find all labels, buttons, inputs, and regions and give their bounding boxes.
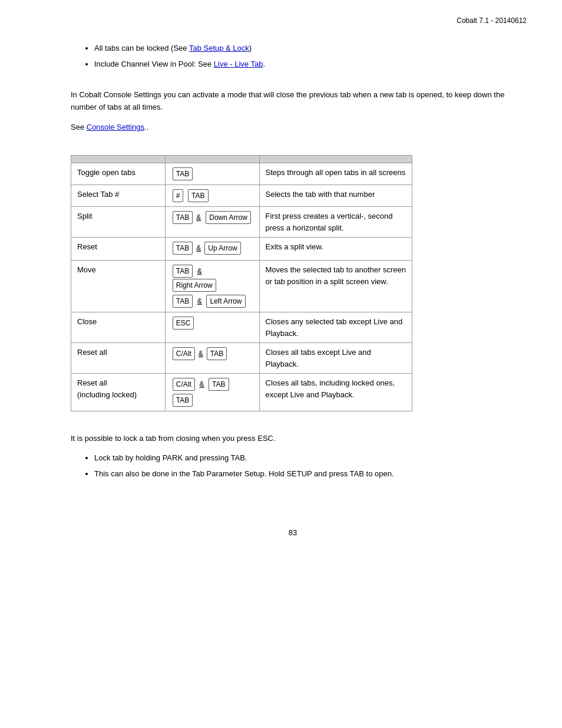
desc-cell: Steps through all open tabs in all scree… (259, 163, 412, 185)
bullet-2-before: Include Channel View in Pool: See (94, 60, 214, 68)
key-tab: TAB (207, 347, 227, 360)
version-label: Cobalt 7.1 - 20140612 (457, 17, 527, 25)
key-tab: TAB (173, 242, 193, 255)
action-cell: Select Tab # (71, 185, 166, 207)
key-combo-split: TAB & Down Arrow (171, 210, 253, 225)
key-tab-2: TAB (173, 394, 193, 407)
bullet-1-after: ) (249, 44, 252, 52)
page-number: 83 (71, 528, 515, 537)
keys-cell: TAB & Up Arrow (165, 238, 259, 261)
keys-cell: # TAB (165, 185, 259, 207)
key-calt: C/Alt (173, 347, 195, 360)
table-header-row (71, 156, 412, 163)
desc-cell: Closes all tabs except Live and Playback… (259, 343, 412, 374)
key-tab: TAB (188, 189, 208, 202)
action-cell: Move (71, 261, 166, 312)
key-esc: ESC (173, 317, 194, 330)
bullet-item-2: Include Channel View in Pool: See Live -… (94, 57, 515, 71)
key-tab: TAB (173, 295, 193, 308)
key-combo-reset-all: C/Alt & TAB (171, 347, 253, 361)
table-row: Move TAB & Right Arrow TAB & Left Arrow (71, 261, 412, 312)
page-num-text: 83 (289, 528, 297, 537)
action-cell: Reset all (71, 343, 166, 374)
table-row: Split TAB & Down Arrow First press creat… (71, 207, 412, 238)
keys-cell: ESC (165, 312, 259, 343)
key-combo-move-2: TAB & Left Arrow (171, 294, 253, 308)
col-header-description (259, 156, 412, 163)
col-header-keys (165, 156, 259, 163)
key-tab: TAB (173, 211, 193, 224)
lock-bullet-2: This can also be done in the Tab Paramet… (94, 467, 515, 480)
key-combo-reset-locked: C/Alt & TAB (171, 377, 253, 391)
console-settings-link[interactable]: Console Settings (87, 123, 144, 131)
amp-symbol: & (199, 348, 203, 359)
amp-symbol: & (196, 243, 201, 253)
key-combo-move-1: TAB & Right Arrow (171, 264, 253, 292)
key-tab: TAB (173, 167, 193, 180)
live-tab-link[interactable]: Live - Live Tab (214, 60, 263, 68)
desc-cell: Exits a split view. (259, 238, 412, 261)
desc-cell: Selects the tab with that number (259, 185, 412, 207)
bullet-item-1: All tabs can be locked (See Tab Setup & … (94, 41, 515, 55)
table-row: Close ESC Closes any selected tab except… (71, 312, 412, 343)
key-combo-reset-locked-2: TAB (171, 393, 253, 407)
page-container: Cobalt 7.1 - 20140612 All tabs can be lo… (0, 0, 562, 572)
see-after: .. (144, 123, 148, 131)
key-right-arrow: Right Arrow (173, 279, 216, 292)
page-header: Cobalt 7.1 - 20140612 (457, 17, 527, 25)
key-up-arrow: Up Arrow (204, 242, 240, 255)
table-row: Select Tab # # TAB Selects the tab with … (71, 185, 412, 207)
lock-bullet-1: Lock tab by holding PARK and pressing TA… (94, 451, 515, 465)
desc-cell: First press creates a vertical-, second … (259, 207, 412, 238)
table-row: Reset all C/Alt & TAB Closes all tabs ex… (71, 343, 412, 374)
amp-symbol: & (196, 212, 201, 223)
key-combo-reset: TAB & Up Arrow (171, 241, 253, 255)
key-calt: C/Alt (173, 378, 195, 391)
paragraph-text: In Cobalt Console Settings you can activ… (71, 90, 504, 111)
desc-cell: Closes all tabs, including locked ones, … (259, 374, 412, 411)
action-cell: Close (71, 312, 166, 343)
action-cell: Split (71, 207, 166, 238)
intro-bullets: All tabs can be locked (See Tab Setup & … (94, 41, 515, 71)
keys-cell: C/Alt & TAB (165, 343, 259, 374)
col-header-action (71, 156, 166, 163)
keys-cell: TAB & Down Arrow (165, 207, 259, 238)
lock-intro: It is possible to lock a tab from closin… (71, 433, 515, 445)
key-left-arrow: Left Arrow (206, 295, 245, 308)
bullet-1-before: All tabs can be locked (See (94, 44, 189, 52)
see-before: See (71, 123, 87, 131)
shortcuts-table-section: Toggle open tabs TAB Steps through all o… (71, 155, 515, 411)
amp-symbol: & (197, 297, 202, 305)
keys-cell: TAB & Right Arrow TAB & Left Arrow (165, 261, 259, 312)
keys-cell: C/Alt & TAB TAB (165, 374, 259, 411)
keys-cell: TAB (165, 163, 259, 185)
bullet-2-after: . (263, 60, 265, 68)
action-cell: Toggle open tabs (71, 163, 166, 185)
key-hash: # (173, 189, 184, 202)
desc-cell: Closes any selected tab except Live and … (259, 312, 412, 343)
key-tab: TAB (209, 378, 229, 391)
console-settings-paragraph: In Cobalt Console Settings you can activ… (71, 89, 515, 114)
table-row: Reset TAB & Up Arrow Exits a split view. (71, 238, 412, 261)
lock-section: It is possible to lock a tab from closin… (71, 433, 515, 481)
action-cell: Reset (71, 238, 166, 261)
desc-cell: Moves the selected tab to another screen… (259, 261, 412, 312)
amp-symbol: & (199, 380, 204, 388)
lock-bullets: Lock tab by holding PARK and pressing TA… (94, 451, 515, 481)
action-cell: Reset all(including locked) (71, 374, 166, 411)
key-down-arrow: Down Arrow (206, 211, 251, 224)
tab-setup-lock-link[interactable]: Tab Setup & Lock (189, 44, 249, 52)
table-row: Toggle open tabs TAB Steps through all o… (71, 163, 412, 185)
table-row: Reset all(including locked) C/Alt & TAB … (71, 374, 412, 411)
shortcuts-table: Toggle open tabs TAB Steps through all o… (71, 155, 412, 411)
key-tab: TAB (173, 265, 193, 278)
amp-symbol: & (197, 267, 202, 275)
see-console-settings: See Console Settings.. (71, 121, 515, 134)
